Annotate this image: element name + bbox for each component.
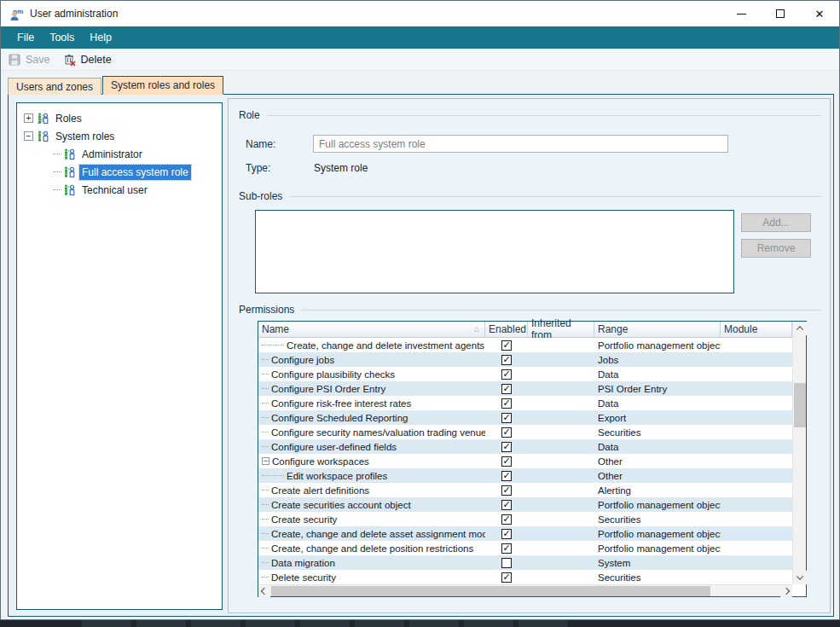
permission-module-cell [721,425,792,439]
permission-row-configure-user-defined-fields[interactable]: Configure user-defined fieldsData [258,439,792,454]
minimize-button[interactable] [721,1,761,26]
enabled-checkbox[interactable] [501,500,512,510]
save-button[interactable]: Save [6,51,55,68]
enabled-checkbox[interactable] [501,558,512,568]
tree-item-technical-user[interactable]: Technical user [17,181,222,199]
taskbar-item[interactable] [82,620,131,627]
tree-item-system-roles[interactable]: −System roles [17,127,222,145]
taskbar-item[interactable] [246,620,295,627]
menu-item-help[interactable]: Help [82,26,119,49]
row-expander[interactable]: − [262,457,269,465]
permission-row-create-security[interactable]: Create securitySecurities [258,512,792,526]
taskbar-item[interactable] [191,620,240,627]
tree-item-roles[interactable]: +Roles [17,109,222,127]
scroll-right-button[interactable] [780,585,792,597]
tree-item-label: Administrator [79,147,145,162]
permission-row-create-alert-definitions[interactable]: Create alert definitionsAlerting [258,483,792,497]
permission-name: Create alert definitions [271,485,369,496]
column-header-module[interactable]: Module [721,322,792,337]
tree-item-full-access-system-role[interactable]: Full access system role [17,163,222,181]
delete-button[interactable]: Delete [61,50,117,68]
column-header-enabled[interactable]: Enabled [485,322,528,337]
permission-row-delete-security[interactable]: Delete securitySecurities [258,570,792,584]
permission-row-create-securities-account-object[interactable]: Create securities account objectPortfoli… [258,497,792,512]
enabled-checkbox[interactable] [501,427,512,438]
permission-name: Configure PSI Order Entry [271,384,385,394]
taskbar-item[interactable] [136,620,186,627]
scroll-down-button[interactable] [793,571,807,584]
scroll-up-button[interactable] [793,322,807,335]
permission-range-cell: Portfolio management objects [594,526,721,541]
enabled-checkbox[interactable] [501,369,512,380]
permission-range-cell: Jobs [594,352,721,367]
enabled-checkbox[interactable] [501,384,512,394]
column-header-range[interactable]: Range [594,322,721,337]
enabled-checkbox[interactable] [501,471,512,481]
scroll-left-button[interactable] [258,585,270,597]
permission-row-create-change-and-delete-investment-agents[interactable]: Create, change and delete investment age… [258,338,792,352]
taskbar-item[interactable] [409,620,459,627]
permission-inherited-cell [528,555,594,570]
permission-row-configure-workspaces[interactable]: −Configure workspacesOther [258,454,792,468]
chevron-down-icon [797,572,803,579]
sub-roles-listbox[interactable] [255,210,734,293]
enabled-checkbox[interactable] [501,442,512,452]
permission-enabled-cell [485,497,528,512]
permission-row-edit-workspace-profiles[interactable]: Edit workspace profilesOther [258,468,792,483]
permission-inherited-cell [528,541,594,555]
enabled-checkbox[interactable] [501,529,512,539]
enabled-checkbox[interactable] [501,413,512,423]
save-icon [8,53,21,67]
taskbar-item[interactable] [355,620,404,627]
remove-sub-role-button[interactable]: Remove [741,239,811,258]
enabled-checkbox[interactable] [501,398,512,409]
menu-item-tools[interactable]: Tools [42,26,82,49]
permission-inherited-cell [528,526,594,541]
maximize-button[interactable] [761,1,800,26]
enabled-checkbox[interactable] [501,355,512,365]
tab-system-roles-and-roles[interactable]: System roles and roles [102,76,223,95]
permission-row-configure-scheduled-reporting[interactable]: Configure Scheduled ReportingExport [258,410,792,425]
column-header-inherited-from[interactable]: Inherited from [528,322,594,337]
permission-row-create-change-and-delete-position-restrictions[interactable]: Create, change and delete position restr… [258,541,792,555]
permission-range-cell: PSI Order Entry [594,381,721,396]
permission-row-data-migration[interactable]: Data migrationSystem [258,555,792,570]
tree-item-administrator[interactable]: Administrator [17,145,222,163]
permission-row-configure-jobs[interactable]: Configure jobsJobs [258,352,792,367]
enabled-checkbox[interactable] [501,543,512,554]
permission-enabled-cell [485,367,528,381]
menu-item-file[interactable]: File [9,26,42,49]
enabled-checkbox[interactable] [501,456,512,467]
role-name-input[interactable] [313,135,728,153]
enabled-checkbox[interactable] [501,340,512,351]
permission-row-configure-risk-free-interest-rates[interactable]: Configure risk-free interest ratesData [258,396,792,410]
tab-users-and-zones[interactable]: Users and zones [8,78,101,95]
enabled-checkbox[interactable] [501,572,512,583]
enabled-checkbox[interactable] [501,485,512,496]
taskbar[interactable] [0,620,840,627]
role-group-header: Role [239,109,821,121]
tab-strip: Users and zonesSystem roles and roles [8,76,224,95]
tree-expander[interactable]: − [24,131,33,141]
tree-expander[interactable]: + [24,113,33,123]
permission-module-cell [721,338,792,352]
vertical-scrollbar[interactable] [792,322,806,584]
sub-roles-group-header: Sub-roles [239,190,821,202]
taskbar-item[interactable] [518,620,568,627]
permission-row-configure-security-names-valuation-trading-venues[interactable]: Configure security names/valuation tradi… [258,425,792,439]
taskbar-item[interactable] [300,620,350,627]
permission-name: Data migration [271,558,335,568]
enabled-checkbox[interactable] [501,514,512,525]
horizontal-scrollbar[interactable] [258,584,792,596]
permission-name-cell: Create, change and delete asset assignme… [258,526,485,541]
column-header-name[interactable]: Name△ [258,322,485,337]
add-sub-role-button[interactable]: Add... [741,213,811,232]
permission-row-create-change-and-delete-asset-assignment-models[interactable]: Create, change and delete asset assignme… [258,526,792,541]
close-button[interactable]: ✕ [800,1,839,26]
permission-row-configure-psi-order-entry[interactable]: Configure PSI Order EntryPSI Order Entry [258,381,792,396]
horizontal-scrollbar-thumb[interactable] [271,586,710,596]
vertical-scrollbar-thumb[interactable] [794,383,806,427]
permission-enabled-cell [485,570,528,584]
taskbar-item[interactable] [464,620,513,627]
permission-row-configure-plausibility-checks[interactable]: Configure plausibility checksData [258,367,792,381]
